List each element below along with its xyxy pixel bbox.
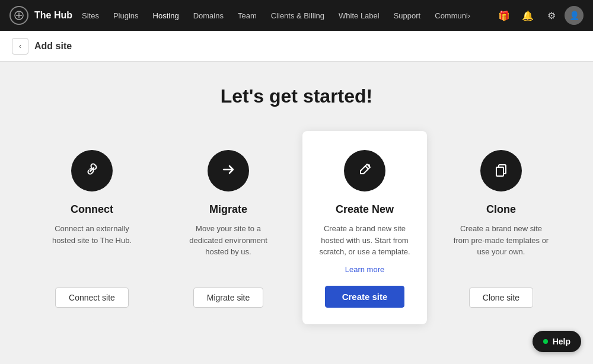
create-new-learn-more[interactable]: Learn more	[345, 265, 384, 274]
nav-link-plugins[interactable]: Plugins	[106, 0, 146, 31]
breadcrumb-bar: ‹ Add site	[0, 31, 593, 62]
clone-button[interactable]: Clone site	[469, 288, 533, 308]
app-logo[interactable]: The Hub	[9, 6, 75, 25]
main-nav: The Hub SitesPluginsHostingDomainsTeamCl…	[0, 0, 593, 31]
cards-container: ConnectConnect an externally hosted site…	[12, 131, 581, 324]
migrate-icon-circle	[208, 150, 249, 191]
main-content: Let's get started! ConnectConnect an ext…	[0, 62, 593, 364]
card-connect: ConnectConnect an externally hosted site…	[30, 131, 154, 324]
logo-icon	[9, 6, 28, 25]
page-heading: Let's get started!	[12, 85, 581, 107]
migrate-button[interactable]: Migrate site	[193, 288, 263, 308]
connect-title: Connect	[71, 203, 113, 216]
svg-point-1	[368, 164, 370, 167]
help-status-dot	[543, 339, 548, 344]
back-icon: ‹	[19, 42, 21, 50]
clone-icon-circle	[480, 150, 522, 191]
create-new-icon	[356, 161, 373, 180]
connect-button[interactable]: Connect site	[55, 288, 129, 308]
nav-link-hosting[interactable]: Hosting	[146, 0, 186, 31]
gift-icon[interactable]: 🎁	[493, 5, 515, 26]
nav-link-team[interactable]: Team	[231, 0, 264, 31]
user-avatar[interactable]: 👤	[565, 6, 584, 25]
nav-link-domains[interactable]: Domains	[186, 0, 231, 31]
app-title: The Hub	[34, 10, 72, 21]
nav-links: SitesPluginsHostingDomainsTeamClients & …	[75, 0, 493, 31]
settings-icon[interactable]: ⚙	[541, 5, 562, 26]
clone-icon	[493, 161, 509, 180]
help-label: Help	[553, 337, 570, 346]
card-create-new: Create NewCreate a brand new site hosted…	[302, 131, 427, 324]
connect-icon	[84, 161, 100, 180]
nav-link-clients---billing[interactable]: Clients & Billing	[264, 0, 331, 31]
migrate-desc: Move your site to a dedicated environmen…	[180, 223, 276, 276]
nav-actions: 🎁 🔔 ⚙ 👤	[493, 5, 584, 26]
nav-link-white-label[interactable]: White Label	[331, 0, 387, 31]
nav-link-communi-[interactable]: Communi›	[428, 0, 477, 31]
create-new-icon-circle	[344, 150, 385, 191]
nav-link-support[interactable]: Support	[387, 0, 428, 31]
create-new-button[interactable]: Create site	[325, 286, 405, 308]
notification-icon[interactable]: 🔔	[517, 5, 538, 26]
connect-icon-circle	[71, 150, 113, 191]
card-migrate: MigrateMove your site to a dedicated env…	[166, 131, 291, 324]
nav-link-sites[interactable]: Sites	[75, 0, 106, 31]
create-new-title: Create New	[336, 203, 394, 216]
card-clone: CloneCreate a brand new site from pre-ma…	[439, 131, 563, 324]
svg-rect-3	[496, 167, 503, 176]
connect-desc: Connect an externally hosted site to The…	[44, 223, 140, 276]
clone-desc: Create a brand new site from pre-made te…	[453, 223, 549, 276]
migrate-icon	[220, 161, 237, 180]
migrate-title: Migrate	[209, 203, 247, 216]
breadcrumb-title: Add site	[34, 41, 72, 52]
create-new-desc: Create a brand new site hosted with us. …	[317, 223, 413, 258]
back-button[interactable]: ‹	[12, 38, 28, 55]
help-button[interactable]: Help	[533, 331, 581, 352]
clone-title: Clone	[486, 203, 516, 216]
